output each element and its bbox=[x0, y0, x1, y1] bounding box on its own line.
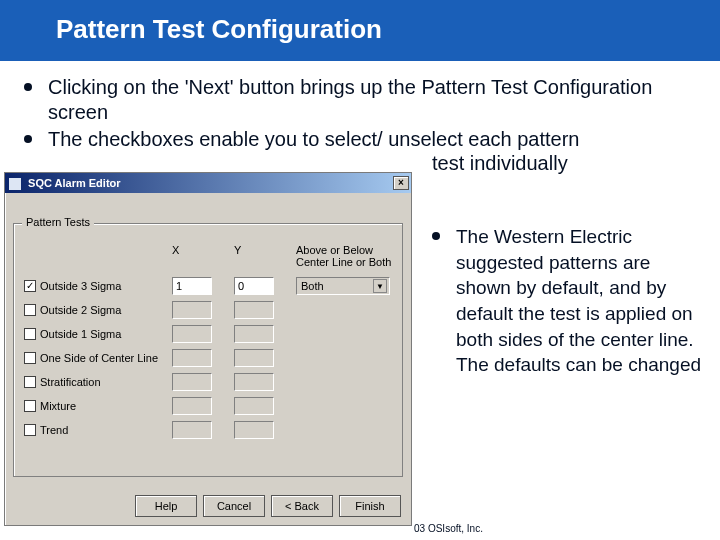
dialog-titlebar: SQC Alarm Editor × bbox=[5, 173, 411, 193]
pattern-checkbox[interactable] bbox=[24, 376, 36, 388]
x-input bbox=[172, 373, 212, 391]
pattern-label: Outside 3 Sigma bbox=[40, 280, 121, 292]
cancel-button[interactable]: Cancel bbox=[203, 495, 265, 517]
pattern-row: Mixture bbox=[24, 394, 392, 418]
pattern-checkbox[interactable] bbox=[24, 424, 36, 436]
x-input[interactable]: 1 bbox=[172, 277, 212, 295]
close-button[interactable]: × bbox=[393, 176, 409, 190]
bullet-2-continuation: test individually bbox=[432, 152, 568, 175]
pattern-label-cell: Outside 2 Sigma bbox=[24, 304, 172, 316]
pattern-tests-group: Pattern Tests X Y Above or Below Center … bbox=[13, 223, 403, 477]
back-button[interactable]: < Back bbox=[271, 495, 333, 517]
x-input bbox=[172, 301, 212, 319]
pattern-label: One Side of Center Line bbox=[40, 352, 158, 364]
app-icon bbox=[9, 178, 21, 190]
x-input bbox=[172, 325, 212, 343]
dialog-body: Pattern Tests X Y Above or Below Center … bbox=[5, 193, 411, 525]
dialog-button-row: Help Cancel < Back Finish bbox=[135, 495, 401, 517]
pattern-row: ✓Outside 3 Sigma10Both▼ bbox=[24, 274, 392, 298]
pattern-label: Trend bbox=[40, 424, 68, 436]
y-input[interactable]: 0 bbox=[234, 277, 274, 295]
finish-button[interactable]: Finish bbox=[339, 495, 401, 517]
pattern-row: One Side of Center Line bbox=[24, 346, 392, 370]
pattern-checkbox[interactable] bbox=[24, 352, 36, 364]
y-input bbox=[234, 397, 274, 415]
lower-right-region: The Western Electric suggested patterns … bbox=[432, 224, 704, 380]
pattern-row: Trend bbox=[24, 418, 392, 442]
y-input bbox=[234, 373, 274, 391]
pattern-tests-group-label: Pattern Tests bbox=[22, 216, 94, 228]
col-above-below: Above or Below Center Line or Both bbox=[296, 244, 396, 268]
bullet-dot-icon bbox=[432, 232, 440, 240]
pattern-label-cell: ✓Outside 3 Sigma bbox=[24, 280, 172, 292]
side-select-value: Both bbox=[301, 280, 324, 292]
pattern-label: Mixture bbox=[40, 400, 76, 412]
pattern-label-cell: Outside 1 Sigma bbox=[24, 328, 172, 340]
pattern-label-cell: Stratification bbox=[24, 376, 172, 388]
pattern-rows: ✓Outside 3 Sigma10Both▼Outside 2 SigmaOu… bbox=[24, 274, 392, 442]
pattern-label: Outside 1 Sigma bbox=[40, 328, 121, 340]
pattern-row: Outside 2 Sigma bbox=[24, 298, 392, 322]
col-x: X bbox=[172, 244, 234, 268]
slide-content: Clicking on the 'Next' button brings up … bbox=[0, 61, 720, 152]
x-input bbox=[172, 397, 212, 415]
help-button[interactable]: Help bbox=[135, 495, 197, 517]
bullet-1-text: Clicking on the 'Next' button brings up … bbox=[48, 75, 696, 125]
y-input bbox=[234, 325, 274, 343]
x-input bbox=[172, 349, 212, 367]
column-headers: X Y Above or Below Center Line or Both bbox=[24, 244, 392, 268]
dialog-title-wrap: SQC Alarm Editor bbox=[9, 176, 121, 189]
bullet-2-row: The checkboxes enable you to select/ uns… bbox=[24, 127, 696, 152]
y-input bbox=[234, 421, 274, 439]
pattern-label: Stratification bbox=[40, 376, 101, 388]
bullet-dot-icon bbox=[24, 83, 32, 91]
pattern-checkbox[interactable] bbox=[24, 328, 36, 340]
pattern-label-cell: Mixture bbox=[24, 400, 172, 412]
bullet-3-row: The Western Electric suggested patterns … bbox=[432, 224, 704, 378]
side-select[interactable]: Both▼ bbox=[296, 277, 390, 295]
bullet-dot-icon bbox=[24, 135, 32, 143]
bullet-3-text: The Western Electric suggested patterns … bbox=[456, 224, 704, 378]
copyright-text: 03 OSIsoft, Inc. bbox=[414, 523, 483, 534]
y-input bbox=[234, 349, 274, 367]
pattern-checkbox[interactable] bbox=[24, 400, 36, 412]
bullet-2-text: The checkboxes enable you to select/ uns… bbox=[48, 127, 579, 152]
slide-title: Pattern Test Configuration bbox=[56, 14, 382, 44]
bullet-1-row: Clicking on the 'Next' button brings up … bbox=[24, 75, 696, 125]
pattern-label-cell: Trend bbox=[24, 424, 172, 436]
col-y: Y bbox=[234, 244, 296, 268]
pattern-checkbox[interactable]: ✓ bbox=[24, 280, 36, 292]
x-input bbox=[172, 421, 212, 439]
dialog-title: SQC Alarm Editor bbox=[28, 178, 121, 190]
pattern-label-cell: One Side of Center Line bbox=[24, 352, 172, 364]
chevron-down-icon: ▼ bbox=[373, 279, 387, 293]
pattern-checkbox[interactable] bbox=[24, 304, 36, 316]
pattern-row: Outside 1 Sigma bbox=[24, 322, 392, 346]
pattern-label: Outside 2 Sigma bbox=[40, 304, 121, 316]
pattern-row: Stratification bbox=[24, 370, 392, 394]
sqc-dialog: SQC Alarm Editor × Pattern Tests X Y Abo… bbox=[4, 172, 412, 526]
y-input bbox=[234, 301, 274, 319]
slide-title-bar: Pattern Test Configuration bbox=[0, 0, 720, 61]
